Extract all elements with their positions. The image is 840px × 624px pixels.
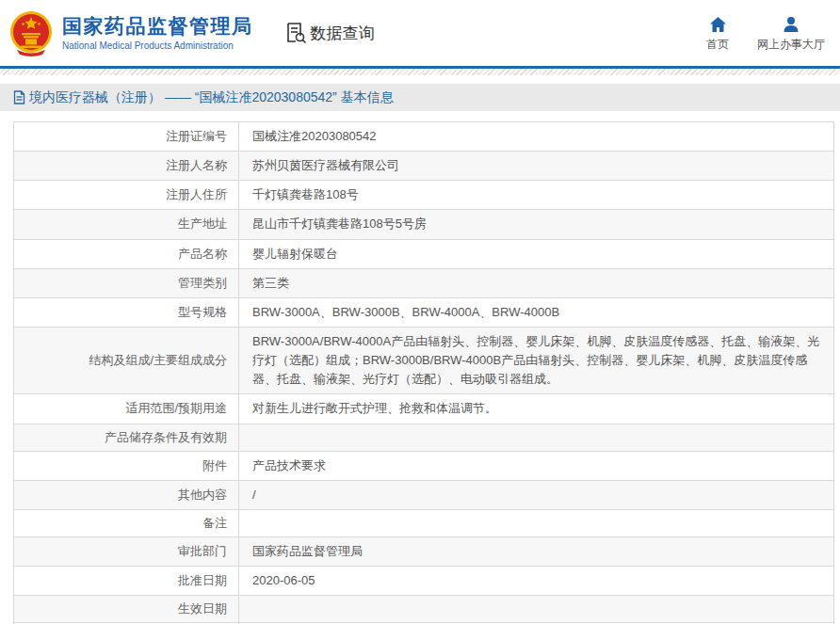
row-value: 产品技术要求 [239,451,834,480]
row-label: 产品储存条件及有效期 [14,424,239,451]
table-row: 产品名称婴儿辐射保暖台 [14,239,834,268]
table-row: 适用范围/预期用途对新生儿进行敞开式护理、抢救和体温调节。 [14,394,834,424]
row-label: 生产地址 [14,210,239,239]
document-search-icon [285,22,307,44]
logo-text: 国家药品监督管理局 National Medical Products Admi… [62,15,253,50]
site-title: 国家药品监督管理局 [62,15,253,37]
data-query-tab[interactable]: 数据查询 [285,22,375,44]
table-row: 其他内容/ [14,480,834,509]
document-icon [13,90,25,104]
row-label: 管理类别 [14,268,239,297]
row-label: 产品名称 [14,239,239,268]
hatched-band [0,69,840,75]
table-row: 管理类别第三类 [14,268,834,297]
table-row: 注册证编号国械注准20203080542 [14,122,834,152]
breadcrumb-text: 境内医疗器械（注册） —— “国械注准20203080542” 基本信息 [29,89,394,106]
row-value [239,424,834,451]
row-label: 注册证编号 [14,122,239,152]
table-row: 产品储存条件及有效期 [14,424,834,451]
row-label: 注册人住所 [14,181,239,210]
site-subtitle: National Medical Products Administration [62,40,253,51]
table-row: 注册人名称苏州贝茵医疗器械有限公司 [14,152,834,181]
registration-info-table-wrap: 注册证编号国械注准20203080542注册人名称苏州贝茵医疗器械有限公司注册人… [13,121,834,624]
row-value: 国家药品监督管理局 [239,536,834,566]
row-value: BRW-3000A/BRW-4000A产品由辐射头、控制器、婴儿床架、机脚、皮肤… [239,327,834,393]
data-query-label: 数据查询 [311,23,375,44]
row-label: 批准日期 [14,566,239,595]
nav-service-hall[interactable]: 网上办事大厅 [757,16,825,50]
row-label: 其他内容 [14,480,239,509]
row-label: 结构及组成/主要组成成分 [14,327,239,393]
user-icon [783,16,800,33]
row-value [239,596,834,623]
table-row: 审批部门国家药品监督管理局 [14,536,834,566]
row-value: 国械注准20203080542 [239,122,834,152]
table-row: 结构及组成/主要组成成分BRW-3000A/BRW-4000A产品由辐射头、控制… [14,327,834,393]
header-nav: 首页 网上办事大厅 [706,16,840,50]
table-row: 生产地址昆山市千灯镇龚巷路108号5号房 [14,210,834,239]
info-table-body: 注册证编号国械注准20203080542注册人名称苏州贝茵医疗器械有限公司注册人… [14,122,834,624]
row-value: 昆山市千灯镇龚巷路108号5号房 [239,210,834,239]
row-value: BRW-3000A、BRW-3000B、BRW-4000A、BRW-4000B [239,297,834,327]
site-header: 国家药品监督管理局 National Medical Products Admi… [0,0,840,66]
table-row: 备注 [14,509,834,536]
table-row: 批准日期2020-06-05 [14,566,834,595]
row-value: / [239,480,834,509]
home-icon [709,16,727,33]
breadcrumb: 境内医疗器械（注册） —— “国械注准20203080542” 基本信息 [0,84,840,111]
national-emblem-logo [9,9,53,56]
registration-info-table: 注册证编号国械注准20203080542注册人名称苏州贝茵医疗器械有限公司注册人… [13,121,834,624]
row-label: 型号规格 [14,297,239,327]
table-row: 型号规格BRW-3000A、BRW-3000B、BRW-4000A、BRW-40… [14,297,834,327]
table-row: 生效日期 [14,596,834,623]
row-value: 第三类 [239,268,834,297]
row-value: 苏州贝茵医疗器械有限公司 [239,152,834,181]
nav-home[interactable]: 首页 [706,16,729,50]
row-value [239,509,834,536]
row-value: 对新生儿进行敞开式护理、抢救和体温调节。 [239,394,834,424]
table-row: 注册人住所千灯镇龚巷路108号 [14,181,834,210]
row-label: 适用范围/预期用途 [14,394,239,424]
row-value: 千灯镇龚巷路108号 [239,181,834,210]
nav-service-hall-label: 网上办事大厅 [757,39,825,50]
nav-home-label: 首页 [706,39,729,50]
table-row: 附件产品技术要求 [14,451,834,480]
row-label: 生效日期 [14,596,239,623]
row-value: 婴儿辐射保暖台 [239,239,834,268]
row-label: 备注 [14,509,239,536]
row-value: 2020-06-05 [239,566,834,595]
row-label: 注册人名称 [14,152,239,181]
row-label: 审批部门 [14,536,239,566]
row-label: 附件 [14,451,239,480]
